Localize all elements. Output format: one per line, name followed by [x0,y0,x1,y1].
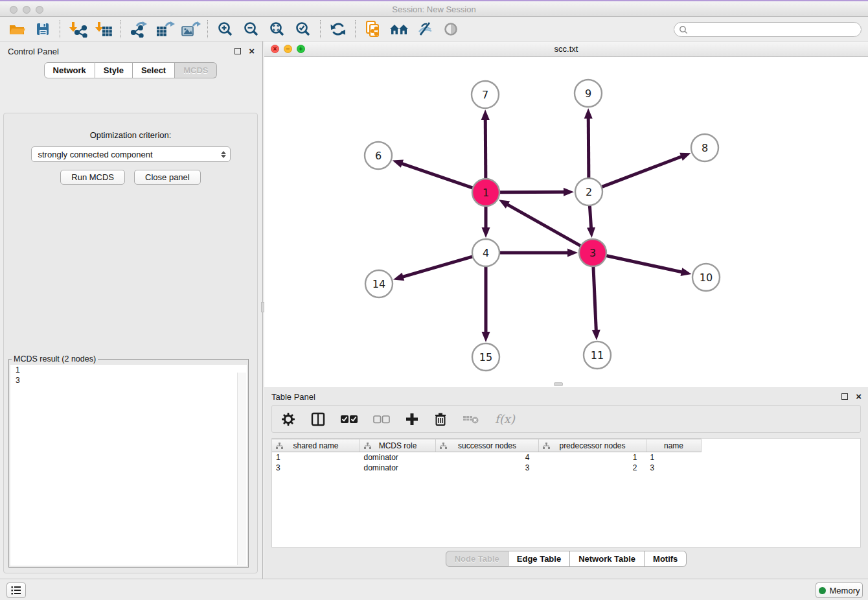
tab-select[interactable]: Select [133,62,175,78]
columns-button[interactable] [311,412,325,426]
gear-button[interactable] [281,412,295,426]
table-cell[interactable]: 1 [646,452,702,463]
tab-edge-table[interactable]: Edge Table [508,551,570,567]
table-cell[interactable]: dominator [360,452,436,463]
export-table-icon [154,21,175,38]
mcds-result-list[interactable]: 13 [10,365,247,566]
result-scrollbar[interactable] [237,373,246,565]
column-header-name[interactable]: name [646,439,702,452]
memory-status-icon [819,587,826,594]
zoom-in-button[interactable] [212,19,238,40]
deselect-all-button[interactable] [373,415,390,424]
horizontal-splitter[interactable] [264,381,868,387]
graph-edge-3-11[interactable] [593,266,596,332]
mcds-result-item[interactable]: 1 [10,365,247,375]
open-folder-icon [8,21,26,37]
clone-network-button[interactable] [360,19,386,40]
control-panel-title: Control Panel [8,47,59,56]
criterion-selected-value: strongly connected component [38,150,221,159]
tab-mcds[interactable]: MCDS [175,62,217,78]
table-cell[interactable]: 3 [436,463,539,473]
tab-style[interactable]: Style [95,62,133,78]
memory-button[interactable]: Memory [816,583,863,598]
delete-table-button[interactable] [463,414,479,424]
graph-edge-2-9[interactable] [588,117,589,178]
export-table-button[interactable] [152,19,177,40]
tab-network[interactable]: Network [44,62,95,78]
table-cell[interactable]: 2 [539,463,646,473]
control-panel-float-icon[interactable] [234,48,241,54]
attribute-tree-icon [364,443,371,450]
column-header-predecessor-nodes[interactable]: predecessor nodes [539,439,646,452]
graph-edge-4-14[interactable] [402,257,473,277]
run-mcds-button[interactable]: Run MCDS [60,170,125,185]
network-title: scc.txt [264,44,868,54]
table-panel-close-icon[interactable]: × [856,393,862,400]
column-header-MCDS-role[interactable]: MCDS role [360,439,436,452]
zoom-out-icon [243,21,260,38]
birdseye-view-button[interactable] [438,19,464,40]
toolbar-separator [355,20,356,38]
zoom-fit-button[interactable] [264,19,290,40]
task-history-button[interactable] [6,583,26,598]
graph-edge-arrowhead [393,273,404,281]
table-cell[interactable]: 3 [272,463,360,473]
control-panel-close-icon[interactable]: × [249,48,255,54]
table-cell[interactable]: 1 [539,452,646,463]
network-title-bar[interactable]: × − + scc.txt [264,41,868,57]
mcds-result-item[interactable]: 3 [10,375,247,386]
function-builder-button[interactable]: f(x) [495,412,515,426]
graph-node-label: 14 [372,278,385,290]
close-panel-button[interactable]: Close panel [134,170,201,185]
table-row[interactable]: 1dominator411 [272,452,702,463]
criterion-select[interactable]: strongly connected component [31,146,231,162]
table-panel-float-icon[interactable] [841,393,848,400]
graph-edge-arrowhead [482,332,490,342]
add-column-button[interactable] [405,413,418,426]
unchecked-boxes-icon [373,415,390,424]
save-session-button[interactable] [30,19,56,40]
houses-button[interactable] [386,19,412,40]
graph-edge-3-1[interactable] [506,204,580,246]
search-field[interactable] [674,22,862,37]
export-network-button[interactable] [126,19,152,40]
node-table[interactable]: shared nameMCDS rolesuccessor nodesprede… [272,439,702,473]
tab-node-table[interactable]: Node Table [446,551,508,567]
table-cell[interactable]: 3 [646,463,702,473]
graph-node-label: 9 [585,87,591,100]
table-row[interactable]: 3dominator323 [272,463,702,473]
column-label: name [664,441,683,450]
graph-edge-arrowhead [482,227,490,238]
graph-edge-1-2[interactable] [499,192,565,192]
graph-edge-1-7[interactable] [485,118,486,179]
tab-network-table[interactable]: Network Table [570,551,645,567]
houses-icon [389,21,409,37]
table-cell[interactable]: 1 [272,452,360,463]
search-input[interactable] [688,25,861,35]
select-all-button[interactable] [341,415,358,424]
graph-edge-2-3[interactable] [589,205,591,229]
export-image-button[interactable] [177,19,203,40]
table-cell[interactable]: dominator [360,463,436,473]
column-header-shared-name[interactable]: shared name [272,439,360,452]
graph-edge-3-10[interactable] [606,255,683,272]
toolbar-separator [207,20,209,38]
zoom-out-button[interactable] [238,19,264,40]
optimization-criterion-label: Optimization criterion: [4,130,257,140]
tab-motifs[interactable]: Motifs [645,551,687,567]
network-graph[interactable]: 1234678910111415 [264,57,868,381]
graph-edge-1-6[interactable] [400,163,473,188]
graph-edge-arrowhead [584,108,593,119]
open-folder-button[interactable] [4,19,30,40]
import-network-button[interactable] [65,19,91,40]
search-icon [679,25,688,34]
hide-graphics-details-button[interactable] [412,19,438,40]
refresh-layout-button[interactable] [325,19,351,40]
table-cell[interactable]: 4 [436,452,539,463]
delete-column-button[interactable] [434,412,447,426]
column-header-successor-nodes[interactable]: successor nodes [436,439,539,452]
splitter-grip[interactable] [554,382,563,386]
import-table-button[interactable] [91,19,117,40]
graph-edge-2-8[interactable] [602,156,683,187]
zoom-selected-button[interactable] [290,19,316,40]
